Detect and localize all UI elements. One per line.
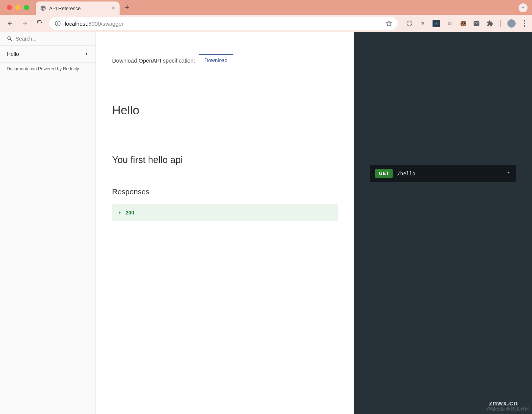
- powered-by-link[interactable]: Documentation Powered by Redocly: [0, 63, 95, 75]
- back-button[interactable]: [4, 18, 16, 29]
- address-bar: localhost:8000/swagger ▼ ⚛ ✿ 🐻: [0, 15, 532, 32]
- responses-heading: Responses: [112, 188, 338, 196]
- sidebar-item-hello[interactable]: Hello: [0, 46, 95, 63]
- maximize-window-button[interactable]: [24, 5, 29, 10]
- watermark-juejin: @稀土掘金技术社区: [486, 406, 530, 413]
- extension-icon-3[interactable]: ⚛: [433, 20, 440, 27]
- sidebar-item-label: Hello: [7, 51, 19, 57]
- method-badge: GET: [375, 169, 393, 178]
- download-label: Download OpenAPI specification:: [112, 57, 195, 64]
- browser-tab[interactable]: API Reference ×: [36, 1, 120, 15]
- content: Download OpenAPI specification: Download…: [96, 32, 354, 414]
- download-row: Download OpenAPI specification: Download: [112, 54, 338, 66]
- download-button[interactable]: Download: [199, 54, 233, 66]
- arrow-left-icon: [7, 20, 13, 27]
- search-input[interactable]: [16, 36, 89, 42]
- close-tab-button[interactable]: ×: [112, 5, 115, 11]
- profile-avatar[interactable]: [507, 19, 516, 28]
- divider: [500, 20, 501, 27]
- extension-icon-5[interactable]: 🐻: [459, 20, 467, 27]
- close-window-button[interactable]: [7, 5, 12, 10]
- reload-icon: [37, 20, 43, 27]
- response-row-200[interactable]: 200: [112, 204, 338, 221]
- section-title: Hello: [112, 104, 338, 117]
- sidebar: Hello Documentation Powered by Redocly: [0, 32, 96, 414]
- svg-point-0: [407, 21, 412, 26]
- bookmark-star-icon[interactable]: [386, 20, 392, 27]
- tab-title: API Reference: [49, 6, 109, 11]
- request-box[interactable]: GET /hello: [370, 165, 516, 182]
- search-icon: [7, 36, 13, 42]
- globe-icon: [40, 5, 46, 11]
- extension-icons: ▼ ⚛ ✿ 🐻: [406, 18, 528, 29]
- operation-title: You first hello api: [112, 155, 338, 165]
- url-text: localhost:8000/swagger: [65, 20, 124, 27]
- extension-icon-2[interactable]: ▼: [419, 20, 427, 27]
- extension-icon-4[interactable]: ✿: [446, 20, 453, 27]
- reload-button[interactable]: [34, 18, 45, 29]
- chevron-down-icon: [521, 6, 525, 10]
- browser-chrome: API Reference × + localhost:8000/swagger…: [0, 0, 532, 32]
- chevron-down-icon: [506, 170, 511, 177]
- main: Download OpenAPI specification: Download…: [96, 32, 532, 414]
- extension-icon-6[interactable]: [473, 20, 480, 27]
- page: Hello Documentation Powered by Redocly D…: [0, 32, 532, 414]
- chevron-right-icon: [85, 52, 89, 56]
- info-icon: [54, 20, 61, 27]
- url-field[interactable]: localhost:8000/swagger: [49, 17, 398, 30]
- request-path: /hello: [397, 171, 501, 176]
- tab-bar: API Reference × +: [0, 0, 532, 15]
- window-controls: [7, 5, 29, 10]
- new-tab-button[interactable]: +: [120, 3, 135, 12]
- response-code: 200: [126, 210, 134, 216]
- forward-button[interactable]: [19, 18, 31, 29]
- minimize-window-button[interactable]: [15, 5, 20, 10]
- extensions-button[interactable]: [486, 20, 494, 27]
- chevron-right-icon: [118, 211, 122, 214]
- extension-icon-1[interactable]: [406, 20, 413, 27]
- tabs-dropdown-button[interactable]: [519, 3, 528, 12]
- arrow-right-icon: [22, 20, 28, 27]
- right-panel: GET /hello znwx.cn @稀土掘金技术社区: [354, 32, 532, 414]
- search-wrap: [0, 32, 95, 46]
- browser-menu-button[interactable]: [522, 18, 528, 29]
